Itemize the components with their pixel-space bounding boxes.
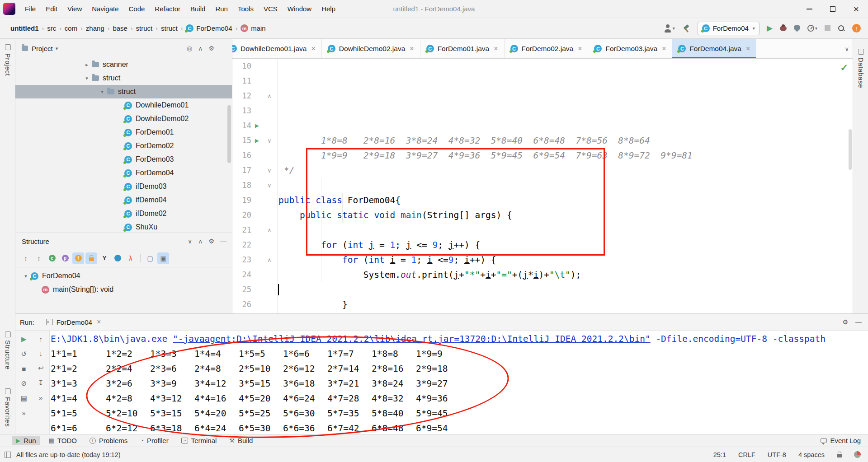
editor-tab-fordemo02[interactable]: CForDemo02.java× <box>505 39 589 58</box>
toolwindow-button-run[interactable]: ▶Run <box>12 436 40 445</box>
chevron-down-icon[interactable]: ▾ <box>97 89 107 95</box>
fold-up-icon[interactable]: ∧ <box>268 89 271 103</box>
close-icon[interactable]: × <box>97 318 101 326</box>
tree-item-dowhiledemo01[interactable]: CDowhileDemo01 <box>15 98 232 112</box>
breadcrumb-item[interactable]: base <box>111 24 129 32</box>
group-methods-icon[interactable]: ▢ <box>144 252 156 264</box>
rerun-icon[interactable]: ▶ <box>21 335 27 343</box>
filter-icon[interactable]: Y <box>99 252 110 264</box>
tool-stripe-database-button[interactable]: Database <box>853 49 868 88</box>
encoding-widget[interactable]: UTF-8 <box>768 451 786 458</box>
toolwindow-button-profiler[interactable]: ◔Profiler <box>136 436 172 445</box>
sort-alpha-icon[interactable]: ↕ <box>20 252 32 264</box>
tree-item-ifdemo03[interactable]: CifDemo03 <box>15 180 232 193</box>
tree-item-scanner[interactable]: ▸scanner <box>15 58 232 71</box>
show-lambdas-icon[interactable]: λ <box>125 252 137 264</box>
line-separator-widget[interactable]: CRLF <box>738 451 755 458</box>
up-stacktrace-icon[interactable]: ↑ <box>39 335 43 343</box>
fold-up-icon[interactable]: ∧ <box>268 223 271 238</box>
minimize-button[interactable] <box>797 0 821 18</box>
menu-navigate[interactable]: Navigate <box>87 0 123 18</box>
coverage-button[interactable] <box>794 25 800 32</box>
breadcrumb-class[interactable]: CForDemo04 <box>184 24 233 32</box>
fold-down-icon[interactable]: ∨ <box>268 133 271 148</box>
chevron-down-icon[interactable]: ▾ <box>21 273 31 279</box>
more-icon[interactable]: » <box>22 409 26 417</box>
run-config-select[interactable]: C ForDemo04 ▾ <box>698 22 760 35</box>
breadcrumb-method[interactable]: mmain <box>239 24 267 32</box>
tree-item-fordemo03[interactable]: CForDemo03 <box>15 153 232 166</box>
show-properties-icon[interactable]: p <box>59 252 71 264</box>
fold-down-icon[interactable]: ∨ <box>268 163 271 178</box>
user-button[interactable]: ▾ <box>664 24 675 33</box>
breadcrumb-item[interactable]: untitled1 <box>9 24 40 32</box>
close-icon[interactable]: × <box>410 45 414 53</box>
notifications-icon[interactable] <box>854 451 861 458</box>
fold-up-icon[interactable]: ∧ <box>268 252 271 267</box>
menu-window[interactable]: Window <box>283 0 316 18</box>
tree-item-fordemo04[interactable]: CForDemo04 <box>15 166 232 180</box>
editor-tab-dowhiledemo01[interactable]: CDowhileDemo01.java× <box>232 39 322 58</box>
close-icon[interactable]: × <box>311 45 315 53</box>
tree-item-fordemo02[interactable]: CForDemo02 <box>15 139 232 153</box>
editor-tab-fordemo04[interactable]: CForDemo04.java× <box>672 39 756 58</box>
close-button[interactable]: × <box>844 0 868 18</box>
run-line-icon[interactable]: ▶ <box>255 118 259 133</box>
settings-icon[interactable]: ⚙ <box>208 238 214 245</box>
tree-item-fordemo01[interactable]: CForDemo01 <box>15 126 232 139</box>
menu-view[interactable]: View <box>62 0 87 18</box>
close-icon[interactable]: × <box>494 45 498 53</box>
tree-item-ifdemo04[interactable]: CifDemo04 <box>15 193 232 207</box>
tree-item-dowhiledemo02[interactable]: CDowhileDemo02 <box>15 112 232 126</box>
tree-item-ifdome02[interactable]: CifDome02 <box>15 207 232 220</box>
menu-file[interactable]: File <box>20 0 41 18</box>
close-icon[interactable]: × <box>746 45 750 53</box>
lock-icon[interactable] <box>837 454 842 457</box>
editor-scrollbar-thumb[interactable] <box>849 129 852 170</box>
breadcrumb-item[interactable]: com <box>63 24 79 32</box>
print-icon[interactable]: ▤ <box>21 394 27 402</box>
breadcrumb-item[interactable]: struct <box>135 24 154 32</box>
menu-help[interactable]: Help <box>316 0 340 18</box>
breadcrumb-item[interactable]: struct <box>160 24 179 32</box>
collapse-all-icon[interactable]: ∧ <box>198 45 203 52</box>
settings-icon[interactable]: ⚙ <box>208 45 214 52</box>
stop-button[interactable] <box>825 25 830 31</box>
restore-layout-icon[interactable]: ↺ <box>21 350 27 358</box>
hide-icon[interactable]: — <box>220 45 226 52</box>
editor-tab-dowhiledemo02[interactable]: CDowhileDemo02.java× <box>322 39 420 58</box>
autoscroll-icon[interactable]: ▣ <box>157 252 169 264</box>
tree-item-struct[interactable]: ▾struct <box>15 85 232 98</box>
breadcrumb-item[interactable]: zhang <box>85 24 106 32</box>
fold-down-icon[interactable]: ∨ <box>268 178 271 193</box>
toolwindow-button-todo[interactable]: ▤TODO <box>45 436 81 445</box>
editor-tab-fordemo03[interactable]: CForDemo03.java× <box>588 39 672 58</box>
menu-build[interactable]: Build <box>185 0 210 18</box>
hide-icon[interactable]: — <box>220 238 226 245</box>
tool-stripe-project-button[interactable]: Project <box>0 44 15 76</box>
menu-tools[interactable]: Tools <box>233 0 259 18</box>
toolwindow-button-terminal[interactable]: >Terminal <box>177 436 221 445</box>
locate-icon[interactable]: ◎ <box>187 45 192 52</box>
menu-refactor[interactable]: Refactor <box>150 0 185 18</box>
tool-stripe-structure-button[interactable]: Structure <box>0 331 15 369</box>
hidden-tabs-chevron-icon[interactable]: ∨ <box>844 39 849 59</box>
tree-item-struct[interactable]: ▾struct <box>15 71 232 85</box>
close-icon[interactable]: × <box>662 45 666 53</box>
editor-tab-fordemo01[interactable]: CForDemo01.java× <box>420 39 505 58</box>
menu-code[interactable]: Code <box>123 0 150 18</box>
structure-item-method[interactable]: mmain(String[]): void <box>15 283 232 296</box>
maximize-button[interactable] <box>821 0 844 18</box>
caret-position-widget[interactable]: 25:1 <box>713 451 726 458</box>
sort-visibility-icon[interactable]: ↕ <box>33 252 45 264</box>
update-notification-icon[interactable]: ↑ <box>852 24 861 33</box>
chevron-right-icon[interactable]: ▸ <box>82 62 92 68</box>
search-everywhere-icon[interactable] <box>838 25 845 32</box>
editor-code[interactable]: 1*8=8 2*8=16 3*8=24 4*8=32 5*8=40 6*8=48… <box>278 59 853 313</box>
down-stacktrace-icon[interactable]: ↓ <box>39 350 43 357</box>
event-log-button[interactable]: Event Log <box>821 437 861 444</box>
tool-stripe-favorites-button[interactable]: Favorites <box>0 388 15 427</box>
console-output[interactable]: E:\JDK1.8\bin\java.exe "-javaagent:D:\In… <box>50 331 868 434</box>
menu-vcs[interactable]: VCS <box>259 0 283 18</box>
inspection-ok-icon[interactable]: ✓ <box>840 62 848 73</box>
